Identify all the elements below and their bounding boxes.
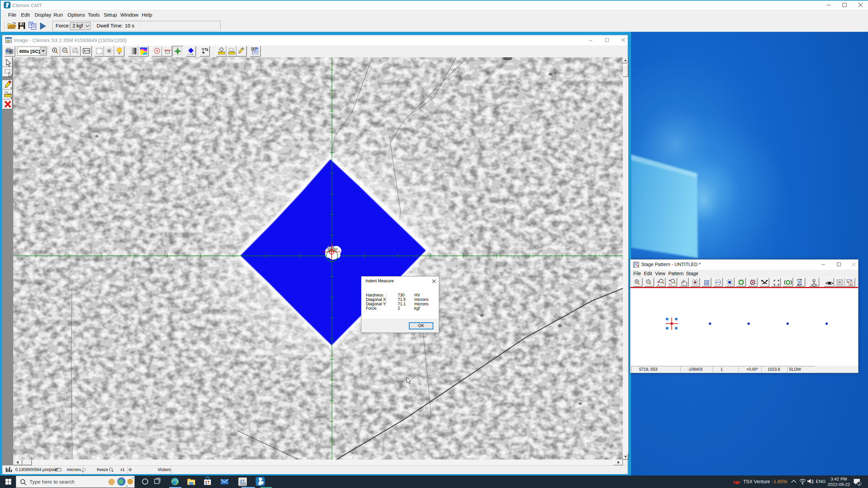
svg-text:Dwell Time:: Dwell Time: xyxy=(97,23,123,28)
svg-text:2 kgf: 2 kgf xyxy=(73,23,83,28)
svg-text:400x [SC]: 400x [SC] xyxy=(19,49,40,54)
svg-text:I: I xyxy=(848,280,848,283)
svg-text:Force:: Force: xyxy=(56,23,70,28)
svg-text:10 s: 10 s xyxy=(125,23,134,28)
svg-text:S: S xyxy=(850,283,852,286)
svg-text:1: 1 xyxy=(859,482,860,486)
